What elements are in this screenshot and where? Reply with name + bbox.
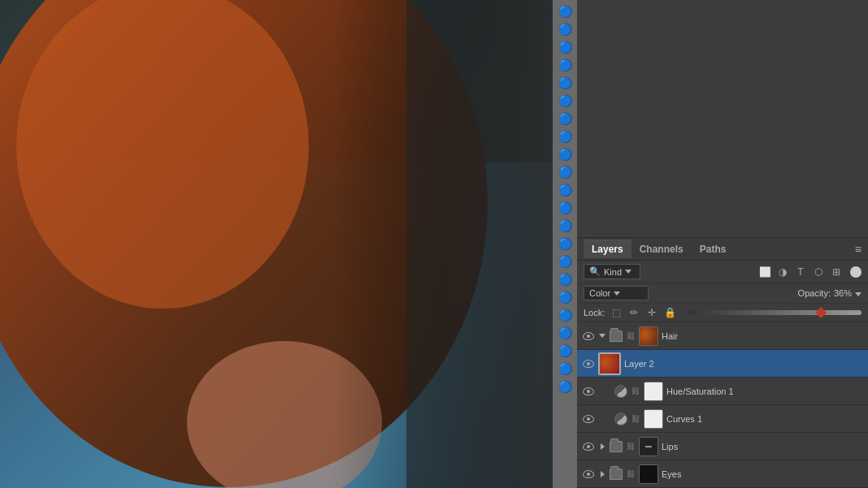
filter-toggle-circle[interactable] — [850, 266, 861, 278]
layer-name-label: Hair — [662, 331, 863, 341]
panel-top-empty — [577, 0, 868, 237]
layer-row[interactable]: ⛓ Hue/Saturation 1 — [577, 378, 868, 405]
smart-filter-icon[interactable]: ⊞ — [829, 265, 844, 279]
scroll-pip: 🔵 — [558, 146, 572, 162]
lock-row: Lock: ⬚ ✏ ✛ 🔒 — [577, 304, 868, 322]
scroll-strip: 🔵 🔵 🔵 🔵 🔵 🔵 🔵 🔵 🔵 🔵 🔵 🔵 🔵 🔵 🔵 🔵 🔵 🔵 🔵 🔵 … — [553, 0, 577, 488]
opacity-label: Opacity: — [798, 288, 831, 298]
blend-mode-row: Color Opacity: 36% — [577, 283, 868, 304]
visibility-eye-icon[interactable] — [582, 440, 595, 453]
opacity-chevron-icon — [855, 292, 861, 296]
visibility-eye-icon[interactable] — [582, 412, 595, 425]
search-icon: 🔍 — [589, 266, 601, 277]
chevron-right-icon — [601, 471, 605, 477]
scroll-pip: 🔵 — [558, 93, 572, 109]
opacity-value[interactable]: 36% — [834, 288, 852, 298]
scroll-pip: 🔵 — [558, 164, 572, 180]
chain-link-icon: ⛓ — [626, 441, 636, 452]
expand-group-arrow[interactable] — [598, 332, 606, 340]
visibility-eye-icon[interactable] — [582, 468, 595, 481]
scroll-pip: 🔵 — [558, 182, 572, 198]
scroll-pip: 🔵 — [558, 3, 572, 19]
scroll-pip: 🔵 — [558, 325, 572, 341]
layer-row[interactable]: Layer 2 — [577, 350, 868, 378]
opacity-area: Opacity: 36% — [798, 288, 861, 298]
scroll-pip: 🔵 — [558, 128, 572, 145]
chain-link-icon: ⛓ — [631, 386, 640, 397]
layer-thumbnail — [639, 326, 658, 346]
scroll-pip: 🔵 — [558, 110, 572, 127]
expand-group-arrow[interactable] — [598, 443, 606, 451]
lock-all-icon[interactable]: 🔒 — [663, 306, 676, 319]
layer-row[interactable]: ⛓ – Lips — [577, 433, 868, 460]
scroll-pip: 🔵 — [558, 307, 572, 323]
chevron-right-icon — [601, 443, 605, 450]
scroll-pip: 🔵 — [558, 271, 572, 287]
kind-filter-dropdown[interactable]: 🔍 Kind — [584, 264, 640, 279]
lock-pixel-icon[interactable]: ⬚ — [610, 306, 623, 319]
lock-label: Lock: — [584, 308, 605, 317]
shape-filter-icon[interactable]: ⬡ — [811, 265, 826, 279]
adjust-filter-icon[interactable]: ◑ — [775, 265, 790, 279]
layer-thumbnail — [644, 382, 663, 401]
visibility-eye-icon[interactable] — [582, 385, 595, 398]
fill-slider[interactable] — [688, 310, 861, 315]
scroll-pip: 🔵 — [558, 57, 572, 73]
layer-thumbnail — [598, 352, 621, 375]
text-filter-icon[interactable]: T — [793, 265, 808, 279]
tab-layers[interactable]: Layers — [584, 240, 631, 258]
visibility-eye-icon[interactable] — [582, 330, 595, 343]
photo-canvas — [0, 0, 553, 488]
svg-rect-6 — [0, 0, 553, 488]
scroll-pip: 🔵 — [558, 378, 572, 395]
fill-handle — [815, 307, 827, 318]
scroll-pip: 🔵 — [558, 200, 572, 216]
adjustment-layer-icon — [614, 412, 627, 425]
scroll-pip: 🔵 — [558, 361, 572, 377]
scroll-pip: 🔵 — [558, 21, 572, 37]
pixel-filter-icon[interactable]: ⬜ — [757, 265, 772, 279]
lock-move-icon[interactable]: ✛ — [645, 306, 658, 319]
layer-name-label: Hue/Saturation 1 — [666, 387, 863, 396]
panel-menu-icon[interactable]: ≡ — [855, 243, 861, 256]
scroll-pip: 🔵 — [558, 235, 572, 252]
layer-row[interactable]: ⛓ Curves 1 — [577, 405, 868, 433]
layers-panel: Layers Channels Paths ≡ 🔍 Kind ⬜ ◑ T ⬡ ⊞ — [577, 237, 868, 488]
scroll-pip: 🔵 — [558, 39, 572, 55]
right-panel: Layers Channels Paths ≡ 🔍 Kind ⬜ ◑ T ⬡ ⊞ — [577, 0, 868, 488]
layer-row[interactable]: ⛓ Hair — [577, 322, 868, 350]
chain-link-icon: ⛓ — [631, 413, 640, 425]
lock-draw-icon[interactable]: ✏ — [627, 306, 640, 319]
layer-name-label: Layer 2 — [624, 359, 863, 369]
chain-link-icon: ⛓ — [626, 469, 636, 480]
group-folder-icon — [610, 330, 623, 342]
blend-chevron-icon — [614, 292, 620, 296]
opacity-dropdown-btn[interactable] — [855, 288, 861, 298]
layer-thumbnail: – — [639, 437, 658, 456]
layer-thumbnail — [644, 409, 663, 429]
filter-icons-group: ⬜ ◑ T ⬡ ⊞ — [757, 265, 844, 279]
scroll-pip: 🔵 — [558, 289, 572, 305]
scroll-pip: 🔵 — [558, 343, 572, 359]
visibility-eye-icon[interactable] — [582, 357, 595, 370]
blend-mode-dropdown[interactable]: Color — [584, 286, 649, 300]
tab-channels[interactable]: Channels — [631, 240, 692, 258]
layer-row[interactable]: ⛓ Eyes — [577, 460, 868, 488]
layer-name-label: Curves 1 — [666, 414, 863, 424]
group-folder-icon — [610, 441, 623, 452]
panel-tabs-bar: Layers Channels Paths ≡ — [577, 238, 868, 261]
blend-mode-label: Color — [589, 288, 610, 298]
adjustment-layer-icon — [614, 385, 627, 398]
scroll-pip: 🔵 — [558, 75, 572, 91]
kind-label: Kind — [604, 267, 622, 277]
chevron-down-icon — [599, 334, 605, 338]
tab-paths[interactable]: Paths — [692, 240, 735, 258]
expand-group-arrow[interactable] — [598, 470, 606, 478]
layer-name-label: Lips — [662, 442, 863, 451]
layer-thumbnail — [639, 464, 658, 484]
layer-name-label: Eyes — [662, 469, 863, 479]
chain-link-icon: ⛓ — [626, 330, 636, 342]
group-folder-icon — [610, 469, 623, 480]
kind-chevron-icon — [625, 270, 631, 274]
scroll-pip: 🔵 — [558, 253, 572, 270]
